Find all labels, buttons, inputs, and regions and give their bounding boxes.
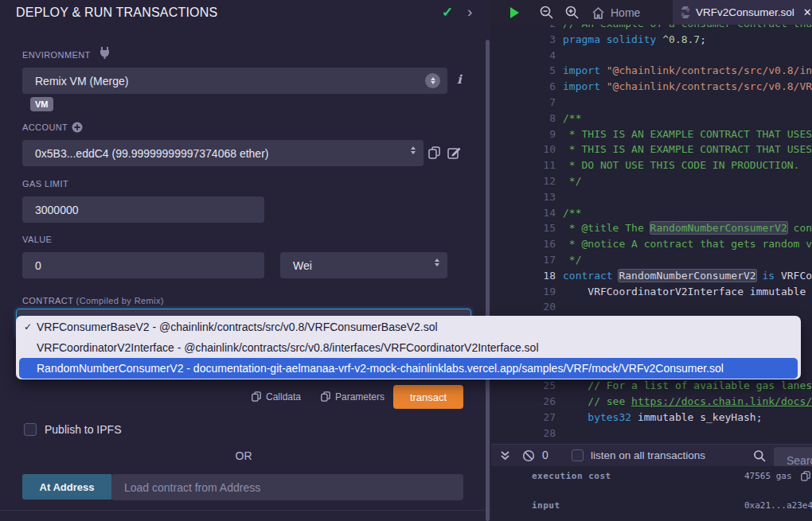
edit-account-icon[interactable] bbox=[447, 146, 461, 159]
panel-scrollbar[interactable] bbox=[486, 40, 490, 521]
panel-title: DEPLOY & RUN TRANSACTIONS bbox=[16, 6, 217, 20]
line-content: bytes32 immutable s_keyHash; bbox=[556, 410, 762, 426]
add-account-icon[interactable] bbox=[72, 122, 83, 133]
select-caret-icon bbox=[425, 73, 440, 88]
listen-all-checkbox[interactable] bbox=[572, 449, 584, 461]
zoom-out-icon[interactable] bbox=[539, 5, 554, 20]
code-line[interactable]: 3pragma solidity ^0.8.7; bbox=[491, 32, 812, 48]
copy-calldata-icon[interactable] bbox=[252, 391, 261, 402]
gas-limit-input[interactable] bbox=[22, 196, 264, 223]
select-caret-icon bbox=[435, 259, 439, 266]
search-icon[interactable] bbox=[753, 449, 766, 462]
line-content: */ bbox=[556, 252, 581, 268]
line-content: /** bbox=[556, 205, 581, 221]
vm-badge: VM bbox=[30, 97, 53, 111]
at-address-input[interactable] bbox=[111, 474, 463, 500]
account-label: ACCOUNT bbox=[22, 122, 68, 132]
line-number: 11 bbox=[491, 157, 556, 173]
line-number: 9 bbox=[491, 126, 556, 142]
contract-option-label: RandomNumberConsumerV2 - documentation-g… bbox=[37, 362, 724, 375]
zoom-in-icon[interactable] bbox=[564, 5, 580, 20]
line-content bbox=[556, 95, 563, 111]
code-line[interactable]: 25 // For a list of available gas lanes … bbox=[491, 378, 812, 394]
terminal-row-value: 47565 gas bbox=[744, 471, 792, 481]
value-unit-select[interactable]: Wei bbox=[280, 252, 447, 278]
code-editor: Home VRFv2Consumer.sol ✕ 2// An example … bbox=[491, 0, 812, 521]
collapse-panel-icon[interactable]: › bbox=[467, 3, 472, 21]
code-line[interactable]: 6import "@chainlink/contracts/src/v0.8/V… bbox=[491, 79, 812, 95]
code-line[interactable]: 11 * DO NOT USE THIS CODE IN PRODUCTION. bbox=[491, 157, 812, 173]
terminal-row-value: 0xa21...a23e4 bbox=[744, 500, 812, 511]
panel-divider bbox=[0, 510, 491, 511]
line-number: 16 bbox=[491, 236, 556, 252]
code-line[interactable]: 4 bbox=[491, 48, 812, 64]
gas-limit-label: GAS LIMIT bbox=[22, 179, 68, 189]
code-line[interactable]: 20 bbox=[491, 299, 812, 315]
code-line[interactable]: 2// An example of a consumer contract th… bbox=[491, 25, 812, 32]
code-line[interactable]: 16 * @notice A contract that gets random… bbox=[491, 236, 812, 252]
copy-account-icon[interactable] bbox=[428, 146, 440, 159]
line-content: contract RandomNumberConsumerV2 is VRFCo… bbox=[556, 268, 812, 284]
contract-label: CONTRACT (Compiled by Remix) bbox=[22, 296, 164, 305]
contract-option[interactable]: VRFCoordinatorV2Interface - @chainlink/c… bbox=[16, 337, 801, 358]
editor-tabbar: Home VRFv2Consumer.sol ✕ bbox=[491, 0, 812, 25]
terminal-row-key: execution cost bbox=[532, 471, 611, 481]
code-line[interactable]: 18contract RandomNumberConsumerV2 is VRF… bbox=[491, 268, 812, 284]
terminal-row: execution cost47565 gas bbox=[491, 471, 812, 484]
clear-console-icon[interactable] bbox=[522, 449, 535, 462]
contract-option-label: VRFConsumerBaseV2 - @chainlink/contracts… bbox=[37, 321, 438, 333]
code-line[interactable]: 27 bytes32 immutable s_keyHash; bbox=[491, 410, 812, 426]
file-tab-label: VRFv2Consumer.sol bbox=[696, 6, 794, 18]
code-line[interactable]: 26 // see https://docs.chain.link/docs/v… bbox=[491, 394, 812, 410]
line-content: // An example of a consumer contract tha… bbox=[556, 25, 812, 32]
code-line[interactable]: 19 VRFCoordinatorV2Interface immutable C… bbox=[491, 284, 812, 300]
line-content: * THIS IS AN EXAMPLE CONTRACT THAT USES … bbox=[556, 126, 812, 142]
home-tab-label: Home bbox=[611, 6, 640, 19]
account-value: 0x5B3...eddC4 (99.99999999997374068 ethe… bbox=[22, 147, 268, 160]
tab-vrfv2consumer[interactable]: VRFv2Consumer.sol ✕ bbox=[673, 0, 812, 25]
code-line[interactable]: 7 bbox=[491, 95, 812, 111]
run-script-icon[interactable] bbox=[507, 6, 521, 20]
line-number: 5 bbox=[491, 63, 556, 79]
line-content bbox=[556, 189, 563, 205]
deploy-run-panel: DEPLOY & RUN TRANSACTIONS ✓ › ENVIRONMEN… bbox=[0, 0, 491, 521]
copy-parameters-icon[interactable] bbox=[321, 391, 330, 402]
line-content bbox=[556, 426, 563, 441]
transact-button[interactable]: transact bbox=[393, 385, 463, 409]
code-line[interactable]: 14/** bbox=[491, 205, 812, 221]
code-line[interactable]: 28 bbox=[491, 426, 812, 441]
contract-option[interactable]: ✓VRFConsumerBaseV2 - @chainlink/contract… bbox=[16, 317, 801, 337]
environment-info-icon[interactable]: i bbox=[457, 72, 462, 87]
code-line[interactable]: 12 */ bbox=[491, 173, 812, 189]
publish-ipfs-checkbox[interactable] bbox=[24, 423, 37, 436]
terminal-row: input0xa21...a23e4 bbox=[491, 500, 812, 513]
calldata-label[interactable]: Calldata bbox=[266, 391, 301, 402]
value-input[interactable] bbox=[22, 252, 264, 278]
code-line[interactable]: 13 bbox=[491, 189, 812, 205]
account-select[interactable]: 0x5B3...eddC4 (99.99999999997374068 ethe… bbox=[22, 140, 424, 166]
success-check-icon: ✓ bbox=[442, 4, 453, 21]
copy-icon[interactable] bbox=[801, 471, 810, 481]
code-area[interactable]: 2// An example of a consumer contract th… bbox=[491, 25, 812, 444]
line-number: 3 bbox=[491, 32, 556, 48]
terminal-toolbar: 0 listen on all transactions bbox=[491, 444, 812, 466]
tab-home[interactable]: Home bbox=[585, 0, 646, 25]
line-number: 27 bbox=[491, 410, 556, 426]
line-content: * @title The RandomNumberConsumerV2 cont… bbox=[556, 220, 812, 236]
code-line[interactable]: 17 */ bbox=[491, 252, 812, 268]
contract-dropdown-menu: ✓VRFConsumerBaseV2 - @chainlink/contract… bbox=[16, 316, 801, 379]
code-line[interactable]: 15 * @title The RandomNumberConsumerV2 c… bbox=[491, 220, 812, 236]
terminal-row-key: input bbox=[532, 500, 560, 511]
close-tab-icon[interactable]: ✕ bbox=[803, 6, 812, 18]
code-line[interactable]: 10 * THIS IS AN EXAMPLE CONTRACT THAT US… bbox=[491, 142, 812, 157]
code-line[interactable]: 8/** bbox=[491, 111, 812, 126]
expand-terminal-icon[interactable] bbox=[500, 450, 510, 461]
at-address-button[interactable]: At Address bbox=[22, 474, 111, 500]
environment-select[interactable]: Remix VM (Merge) bbox=[22, 68, 447, 94]
code-line[interactable]: 9 * THIS IS AN EXAMPLE CONTRACT THAT USE… bbox=[491, 126, 812, 142]
line-content: */ bbox=[556, 173, 581, 189]
plug-icon bbox=[99, 46, 111, 59]
contract-option[interactable]: RandomNumberConsumerV2 - documentation-g… bbox=[19, 358, 798, 379]
code-line[interactable]: 5import "@chainlink/contracts/src/v0.8/i… bbox=[491, 63, 812, 79]
parameters-label[interactable]: Parameters bbox=[335, 391, 385, 402]
